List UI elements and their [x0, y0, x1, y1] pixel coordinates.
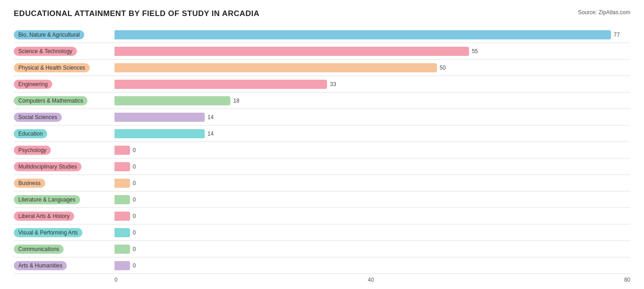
bar-container: 0 — [115, 145, 630, 156]
bar-value-label: 0 — [133, 246, 136, 252]
bar-container: 0 — [115, 227, 630, 238]
bar-value-label: 14 — [207, 114, 213, 120]
bar-container: 0 — [115, 178, 630, 189]
bar-label: Communications — [14, 245, 115, 254]
bar-row: Multidisciplinary Studies0 — [14, 158, 630, 175]
bar-value-label: 18 — [233, 98, 239, 104]
bar-label: Education — [14, 129, 115, 138]
x-axis-labels: 04080 — [115, 277, 630, 283]
bar-label: Liberal Arts & History — [14, 212, 115, 221]
bar-container: 33 — [115, 79, 630, 90]
bar-value-label: 55 — [472, 48, 478, 55]
bar-label-pill: Social Sciences — [14, 113, 62, 122]
bar-fill — [115, 63, 437, 72]
bar-fill — [115, 30, 611, 39]
bar-value-label: 0 — [133, 147, 136, 153]
bar-label: Arts & Humanities — [14, 261, 115, 270]
bar-container: 0 — [115, 244, 630, 255]
bar-label-pill: Arts & Humanities — [14, 261, 67, 270]
bar-fill — [115, 179, 130, 188]
chart-title: EDUCATIONAL ATTAINMENT BY FIELD OF STUDY… — [14, 9, 260, 18]
bar-fill — [115, 228, 130, 237]
bar-label: Visual & Performing Arts — [14, 228, 115, 237]
chart-source: Source: ZipAtlas.com — [578, 9, 630, 16]
x-axis-tick: 40 — [368, 277, 374, 283]
bar-value-label: 33 — [330, 81, 336, 87]
x-axis: 04080 — [115, 277, 630, 283]
bar-row: Education14 — [14, 125, 630, 142]
bar-label: Bio, Nature & Agricultural — [14, 30, 115, 39]
bar-container: 50 — [115, 62, 630, 73]
bar-row: Literature & Languages0 — [14, 191, 630, 208]
bar-label-pill: Multidisciplinary Studies — [14, 162, 82, 171]
bar-fill — [115, 261, 130, 270]
bar-value-label: 0 — [133, 213, 136, 219]
bar-container: 14 — [115, 112, 630, 123]
bar-label-pill: Visual & Performing Arts — [14, 228, 82, 237]
bar-label-pill: Science & Technology — [14, 47, 77, 56]
bar-label-pill: Liberal Arts & History — [14, 212, 74, 221]
bar-value-label: 0 — [133, 180, 136, 186]
bar-label: Engineering — [14, 80, 115, 89]
bar-row: Social Sciences14 — [14, 109, 630, 125]
chart-header: EDUCATIONAL ATTAINMENT BY FIELD OF STUDY… — [14, 9, 630, 18]
bar-fill — [115, 47, 469, 56]
bar-label: Literature & Languages — [14, 195, 115, 204]
bar-container: 0 — [115, 211, 630, 222]
bar-label: Business — [14, 179, 115, 188]
bar-row: Visual & Performing Arts0 — [14, 224, 630, 241]
bar-value-label: 14 — [207, 131, 213, 137]
bar-container: 0 — [115, 194, 630, 205]
bar-value-label: 0 — [133, 229, 136, 236]
bar-label-pill: Engineering — [14, 80, 52, 89]
bar-value-label: 0 — [133, 262, 136, 269]
bar-label: Computers & Mathematics — [14, 96, 115, 105]
bar-container: 14 — [115, 128, 630, 139]
bar-label-pill: Psychology — [14, 146, 51, 155]
bar-row: Engineering33 — [14, 76, 630, 93]
bar-label: Science & Technology — [14, 47, 115, 56]
bar-row: Bio, Nature & Agricultural77 — [14, 27, 630, 43]
bar-label-pill: Communications — [14, 245, 64, 254]
bar-fill — [115, 245, 130, 254]
bar-label-pill: Education — [14, 129, 47, 138]
bar-fill — [115, 113, 205, 122]
bar-container: 0 — [115, 161, 630, 172]
bar-fill — [115, 162, 130, 171]
bar-label: Physical & Health Sciences — [14, 63, 115, 72]
bar-label-pill: Computers & Mathematics — [14, 96, 87, 105]
bar-row: Communications0 — [14, 241, 630, 257]
bar-value-label: 0 — [133, 196, 136, 203]
bar-row: Liberal Arts & History0 — [14, 208, 630, 224]
bar-row: Physical & Health Sciences50 — [14, 60, 630, 76]
bar-fill — [115, 80, 327, 89]
bar-row: Computers & Mathematics18 — [14, 93, 630, 109]
bar-fill — [115, 129, 205, 138]
chart-area: Bio, Nature & Agricultural77Science & Te… — [14, 27, 630, 274]
bar-container: 18 — [115, 95, 630, 106]
bar-label-pill: Business — [14, 179, 45, 188]
bar-container: 55 — [115, 46, 630, 57]
bar-fill — [115, 212, 130, 221]
bar-fill — [115, 146, 130, 155]
bar-row: Psychology0 — [14, 142, 630, 158]
bar-value-label: 0 — [133, 164, 136, 170]
bar-row: Arts & Humanities0 — [14, 257, 630, 274]
bar-label: Multidisciplinary Studies — [14, 162, 115, 171]
bar-label: Social Sciences — [14, 113, 115, 122]
bar-value-label: 77 — [614, 32, 620, 38]
bar-label: Psychology — [14, 146, 115, 155]
x-axis-tick: 80 — [624, 277, 630, 283]
bar-fill — [115, 96, 230, 105]
bar-row: Business0 — [14, 175, 630, 191]
bar-fill — [115, 195, 130, 204]
bar-row: Science & Technology55 — [14, 43, 630, 60]
bar-label-pill: Bio, Nature & Agricultural — [14, 30, 84, 39]
bar-container: 0 — [115, 260, 630, 271]
x-axis-tick: 0 — [115, 277, 118, 283]
bar-label-pill: Literature & Languages — [14, 195, 80, 204]
bar-container: 77 — [115, 29, 630, 40]
bar-value-label: 50 — [440, 65, 446, 71]
bar-label-pill: Physical & Health Sciences — [14, 63, 90, 72]
